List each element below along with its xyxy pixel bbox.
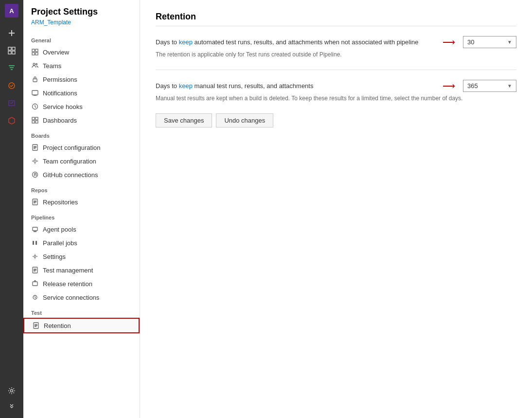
manual-days-select[interactable]: 365 ▼ bbox=[463, 80, 516, 92]
section-pipelines: Pipelines bbox=[23, 209, 140, 222]
manual-arrow: ⟶ bbox=[443, 81, 455, 91]
automated-days-value: 30 bbox=[467, 38, 474, 46]
manual-retention-label: Days to keep manual test runs, results, … bbox=[156, 82, 437, 90]
automated-chevron-icon: ▼ bbox=[507, 39, 512, 45]
page-title: Retention bbox=[156, 12, 516, 26]
boards-icon[interactable] bbox=[4, 43, 19, 58]
nav-teams[interactable]: Teams bbox=[23, 59, 140, 73]
nav-repositories[interactable]: Repositories bbox=[23, 195, 140, 209]
add-icon[interactable] bbox=[4, 25, 19, 41]
automated-retention-note: The retention is applicable only for Tes… bbox=[156, 51, 516, 58]
nav-notifications[interactable]: Notifications bbox=[23, 86, 140, 100]
manual-retention-section: Days to keep manual test runs, results, … bbox=[156, 80, 516, 102]
svg-rect-24 bbox=[33, 241, 34, 245]
svg-rect-18 bbox=[35, 121, 38, 123]
automated-retention-label: Days to keep automated test runs, result… bbox=[156, 38, 437, 46]
main-content: Retention Days to keep automated test ru… bbox=[140, 0, 532, 418]
pipelines-icon[interactable] bbox=[4, 78, 19, 93]
manual-retention-row: Days to keep manual test runs, results, … bbox=[156, 80, 516, 92]
nav-team-config-label: Team configuration bbox=[43, 158, 96, 165]
manual-chevron-icon: ▼ bbox=[507, 83, 512, 89]
artifacts-icon[interactable] bbox=[4, 113, 19, 128]
nav-service-hooks[interactable]: Service hooks bbox=[23, 100, 140, 113]
svg-rect-12 bbox=[33, 79, 37, 82]
pipeline-settings-icon bbox=[31, 253, 39, 260]
nav-test-management-label: Test management bbox=[43, 267, 93, 274]
nav-parallel-jobs[interactable]: Parallel jobs bbox=[23, 236, 140, 250]
nav-dashboards[interactable]: Dashboards bbox=[23, 113, 140, 127]
svg-rect-17 bbox=[32, 121, 35, 123]
manual-retention-note: Manual test results are kept when a buil… bbox=[156, 95, 516, 102]
section-repos: Repos bbox=[23, 182, 140, 195]
nav-test-management[interactable]: Test management bbox=[23, 263, 140, 277]
automated-days-select[interactable]: 30 ▼ bbox=[463, 36, 516, 48]
overview-icon bbox=[31, 48, 39, 56]
nav-github[interactable]: GitHub connections bbox=[23, 168, 140, 182]
github-icon bbox=[31, 171, 39, 179]
nav-release-retention-label: Release retention bbox=[43, 280, 92, 288]
permissions-icon bbox=[31, 75, 39, 83]
svg-rect-6 bbox=[32, 49, 35, 52]
svg-rect-1 bbox=[12, 47, 15, 50]
nav-settings-label: Settings bbox=[43, 253, 66, 260]
sidebar-title: Project Settings bbox=[23, 0, 140, 19]
activity-bar-top: A bbox=[4, 4, 19, 383]
nav-team-config[interactable]: Team configuration bbox=[23, 154, 140, 168]
svg-rect-3 bbox=[12, 51, 15, 54]
agent-pools-icon bbox=[31, 225, 39, 233]
svg-point-20 bbox=[34, 160, 36, 163]
nav-agent-pools-label: Agent pools bbox=[43, 226, 76, 233]
project-name[interactable]: ARM_Template bbox=[23, 19, 140, 32]
activity-bar-bottom bbox=[4, 383, 19, 414]
release-retention-icon bbox=[31, 280, 39, 288]
test-management-icon bbox=[31, 266, 39, 274]
user-avatar[interactable]: A bbox=[5, 4, 18, 18]
nav-retention-label: Retention bbox=[44, 322, 71, 329]
svg-point-10 bbox=[33, 63, 35, 65]
project-config-icon bbox=[31, 144, 39, 151]
retention-icon bbox=[32, 322, 40, 329]
expand-nav-icon[interactable] bbox=[4, 400, 19, 410]
repos-icon[interactable] bbox=[4, 60, 19, 76]
nav-permissions[interactable]: Permissions bbox=[23, 73, 140, 86]
svg-rect-9 bbox=[35, 53, 38, 55]
manual-days-value: 365 bbox=[467, 82, 478, 90]
nav-project-config[interactable]: Project configuration bbox=[23, 141, 140, 154]
nav-service-hooks-label: Service hooks bbox=[43, 103, 83, 110]
svg-rect-2 bbox=[8, 51, 11, 54]
nav-service-connections[interactable]: Service connections bbox=[23, 291, 140, 304]
save-changes-button[interactable]: Save changes bbox=[156, 113, 212, 127]
svg-rect-8 bbox=[32, 53, 35, 55]
nav-github-label: GitHub connections bbox=[43, 171, 98, 179]
action-buttons: Save changes Undo changes bbox=[156, 113, 516, 127]
svg-rect-7 bbox=[35, 49, 38, 52]
sidebar: Project Settings ARM_Template General Ov… bbox=[23, 0, 140, 418]
nav-retention[interactable]: Retention bbox=[23, 318, 140, 333]
teams-icon bbox=[31, 62, 39, 70]
automated-retention-section: Days to keep automated test runs, result… bbox=[156, 36, 516, 58]
svg-rect-28 bbox=[33, 282, 37, 286]
activity-bar: A bbox=[0, 0, 23, 418]
svg-rect-23 bbox=[33, 227, 37, 231]
svg-point-5 bbox=[11, 390, 13, 392]
svg-rect-0 bbox=[8, 47, 11, 50]
undo-changes-button[interactable]: Undo changes bbox=[216, 113, 273, 127]
testplans-icon[interactable] bbox=[4, 95, 19, 111]
nav-settings[interactable]: Settings bbox=[23, 250, 140, 263]
nav-parallel-jobs-label: Parallel jobs bbox=[43, 239, 77, 247]
svg-rect-15 bbox=[32, 117, 35, 120]
nav-repositories-label: Repositories bbox=[43, 199, 78, 206]
svg-rect-25 bbox=[35, 241, 37, 245]
automated-retention-row: Days to keep automated test runs, result… bbox=[156, 36, 516, 48]
nav-release-retention[interactable]: Release retention bbox=[23, 277, 140, 291]
svg-point-11 bbox=[36, 64, 37, 65]
dashboards-icon bbox=[31, 116, 39, 124]
nav-agent-pools[interactable]: Agent pools bbox=[23, 222, 140, 236]
section-general: General bbox=[23, 32, 140, 45]
nav-dashboards-label: Dashboards bbox=[43, 117, 77, 124]
settings-icon[interactable] bbox=[4, 383, 19, 399]
section-test: Test bbox=[23, 304, 140, 318]
nav-overview-label: Overview bbox=[43, 49, 69, 56]
section-divider bbox=[156, 70, 516, 70]
nav-overview[interactable]: Overview bbox=[23, 45, 140, 59]
